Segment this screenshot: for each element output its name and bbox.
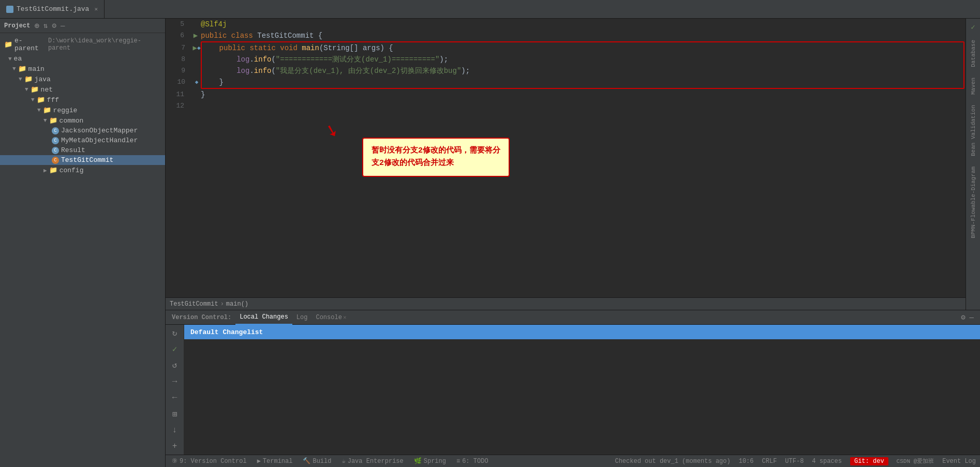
vc-prev-btn[interactable]: ← [168,392,182,404]
vc-settings-btn[interactable]: ⚙ [961,313,965,322]
sidebar-btn-sort[interactable]: ⇅ [43,21,48,30]
gutter-10: ◆ [191,77,202,88]
run-arrow-6[interactable]: ▶ [194,30,198,41]
tree-common[interactable]: ▼ 📁 common [0,115,165,126]
vc-tab-log[interactable]: Log [292,310,312,325]
vc-tab-local[interactable]: Local Changes [235,310,292,325]
bottom-tab-build[interactable]: 🔨 Build [301,457,333,465]
tree-net[interactable]: ▼ 📁 net [0,84,165,95]
bottom-tab-terminal-label: Terminal [263,458,293,465]
git-branch-badge[interactable]: Git: dev [850,457,888,465]
tab-close-btn[interactable]: ✕ [94,6,98,12]
vc-next-btn[interactable]: → [168,375,182,387]
tree-fff[interactable]: ▼ 📁 fff [0,95,165,105]
tree-config[interactable]: ▶ 📁 config [0,165,165,175]
project-label: Project [4,22,30,29]
tab-item-git[interactable]: TestGitCommit.java ✕ [0,0,105,18]
status-bar: ⑨ 9: Version Control ▶ Terminal 🔨 Build … [166,455,980,467]
right-panel: ✓ Database Maven Bean Validation BPMN-Fl… [966,19,980,310]
event-log-btn[interactable]: Event Log [942,458,976,465]
folder-main-icon: 📁 [18,65,26,73]
vc-tab-console[interactable]: Console ✕ [311,310,350,325]
bottom-tab-terminal[interactable]: ▶ Terminal [255,457,295,465]
vc-sidebar: ↻ ✓ ↺ → ← ⊞ ↓ + [166,325,184,455]
line-num-5: 5 [166,19,190,30]
line-content-8: log.info("============测试分支(dev_1)=======… [202,54,963,65]
vc-tab-title-label: Version Control: [168,310,235,325]
build-icon: 🔨 [303,457,310,465]
bottom-tab-build-label: Build [313,458,331,465]
class-icon-testgit: C [52,157,59,164]
run-arrow-7[interactable]: ▶ [192,42,197,54]
tree-testgit[interactable]: C TestGitCommit [0,155,165,165]
bottom-tab-enterprise[interactable]: ☕ Java Enterprise [339,457,405,465]
vc-main: Default Changelist [184,325,980,455]
annotation-text: 暂时没有分支2修改的代码，需要将分支2修改的代码合并过来 [372,146,500,168]
tab-file-icon [6,6,13,13]
vc-add-btn[interactable]: ⊞ [168,408,182,420]
vc-plus-btn[interactable]: + [168,441,182,453]
right-tab-maven[interactable]: Maven [968,73,978,99]
annotation-arrow: ➘ [323,118,340,143]
class-icon-meta: C [52,137,59,144]
line-num-9: 9 [167,65,191,77]
line-num-6: 6 [166,30,190,41]
code-editor[interactable]: 5 @Slf4j 6 ▶ public class TestGitCommit … [166,19,966,310]
tree-reggie[interactable]: ▼ 📁 reggie [0,105,165,115]
changelist-header[interactable]: Default Changelist [184,325,980,339]
vc-commit-btn[interactable]: ✓ [168,343,182,355]
status-position[interactable]: 10:6 [739,458,754,465]
sidebar-btn-minimize[interactable]: — [61,22,65,30]
line-num-8: 8 [167,54,191,65]
bottom-tab-vc[interactable]: ⑨ 9: Version Control [170,457,249,465]
tree-java[interactable]: ▼ 📁 java [0,74,165,84]
status-charset[interactable]: UTF-8 [785,458,804,465]
line-content-5: @Slf4j [201,19,966,30]
tree-config-label: config [60,167,84,174]
vc-refresh-btn[interactable]: ↻ [168,327,182,339]
sidebar-btn-settings[interactable]: ⚙ [52,21,56,30]
annotation-popup: 暂时没有分支2修改的代码，需要将分支2修改的代码合并过来 [362,138,510,177]
tree-meta-label: MyMetaObjectHandler [61,137,138,144]
vc-revert-btn[interactable]: ↺ [168,359,182,371]
line-content-7: public static void main(String[] args) { [202,42,963,54]
vc-toolbar: ⚙ — [961,313,978,322]
vc-download-btn[interactable]: ↓ [168,424,182,436]
tree-main[interactable]: ▼ 📁 main [0,64,165,74]
folder-java-icon: 📁 [24,75,33,83]
tab-label: TestGitCommit.java [17,5,89,13]
tree-jackson[interactable]: C JacksonObjectMapper [0,126,165,135]
tree-fff-label: fff [47,96,59,104]
status-line-ending[interactable]: CRLF [762,458,777,465]
checkmark-icon: ✓ [969,21,977,34]
vc-tab-console-close[interactable]: ✕ [343,314,347,321]
line-num-11: 11 [166,89,190,100]
line-content-9: log.info("我是分支(dev_1), 由分支(dev_2)切换回来修改b… [202,65,963,77]
bottom-tab-spring[interactable]: 🌿 Spring [412,457,448,465]
status-csdn: CSDN @爱加班 [897,457,934,465]
status-indent[interactable]: 4 spaces [812,458,842,465]
sidebar-toolbar: Project ⊕ ⇅ ⚙ — [0,19,165,33]
vc-minimize-btn[interactable]: — [970,313,974,322]
right-tab-bpmn[interactable]: BPMN-Flowable-Diagram [968,162,978,243]
bottom-tab-spring-label: Spring [424,458,446,465]
tree-result[interactable]: C Result [0,145,165,155]
tree-root-label: e-parent [14,37,46,52]
sidebar-btn-globe[interactable]: ⊕ [34,21,39,31]
class-icon-jackson: C [52,127,59,134]
right-tab-bean[interactable]: Bean Validation [968,101,978,160]
code-line-11: 11 } [166,89,966,100]
folder-reggie-icon: 📁 [43,106,51,114]
tree-ea[interactable]: ▼ ea [0,54,165,64]
breadcrumb-class: TestGitCommit [170,300,218,308]
terminal-icon: ▶ [257,457,261,465]
vc-tabs: Version Control: Local Changes Log Conso… [166,310,980,325]
bottom-tab-todo[interactable]: ≡ 6: TODO [454,458,491,465]
tree-main-label: main [28,65,44,73]
right-tab-database[interactable]: Database [968,36,978,71]
tree-root[interactable]: 📁 e-parent D:\work\idea_work\reggie-pare… [0,35,165,54]
breadcrumb-sep: › [220,300,224,308]
tree-meta[interactable]: C MyMetaObjectHandler [0,135,165,145]
enterprise-icon: ☕ [341,457,345,465]
line-num-12: 12 [166,100,190,112]
